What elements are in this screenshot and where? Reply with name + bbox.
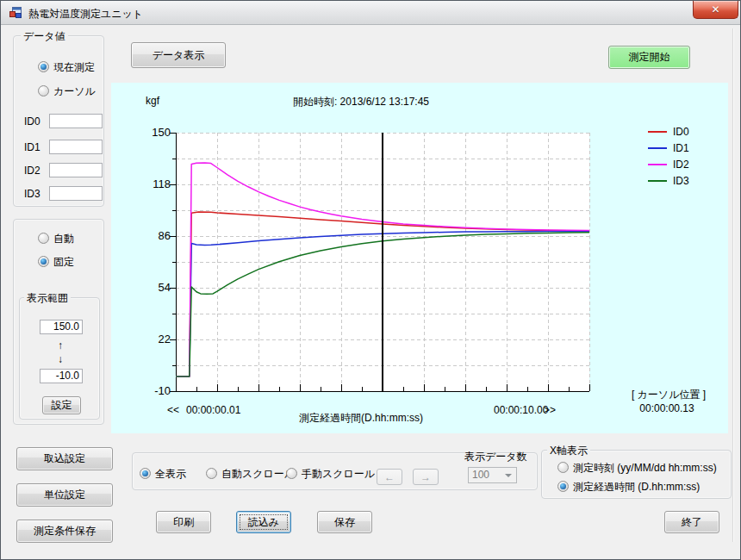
- range-min-field[interactable]: -10.0: [40, 369, 83, 383]
- radio-auto-scroll[interactable]: [206, 468, 217, 479]
- app-window: 熱電対温度測定ユニット ✕ データ値 現在測定 カーソル ID0 ID1 ID2…: [0, 0, 741, 560]
- y-tick-150: 150: [111, 126, 171, 139]
- x-end-label: 00:00:10.00: [494, 404, 548, 416]
- xaxis-display-group: X軸表示 測定時刻 (yy/MM/dd hh:mm:ss) 測定経過時間 (D.…: [541, 450, 732, 499]
- exit-button[interactable]: 終了: [664, 511, 719, 533]
- legend-item-id3: ID3: [648, 172, 689, 189]
- radio-fixed-scale[interactable]: [38, 256, 49, 267]
- chart-legend: ID0 ID1 ID2 ID3: [648, 123, 689, 189]
- range-set-button[interactable]: 設定: [42, 396, 81, 414]
- unit-settings-button[interactable]: 単位設定: [16, 483, 113, 507]
- app-icon: [9, 6, 22, 20]
- range-down-icon: ↓: [20, 353, 101, 365]
- window-title: 熱電対温度測定ユニット: [28, 7, 143, 22]
- id3-label: ID3: [24, 188, 40, 200]
- close-button[interactable]: ✕: [693, 1, 738, 19]
- cursor-position-title: [ カーソル位置 ]: [600, 388, 738, 402]
- x-scroll-right[interactable]: >>: [544, 404, 556, 416]
- display-range-group: 表示範囲 150.0 ↑ ↓ -10.0 設定: [19, 297, 100, 420]
- id1-label: ID1: [24, 141, 40, 153]
- save-conditions-button[interactable]: 測定条件保存: [16, 520, 113, 543]
- x-axis-title: 測定経過時間(D.hh:mm:ss): [245, 411, 477, 426]
- legend-label-id0: ID0: [673, 126, 689, 138]
- scroll-left-button[interactable]: ←: [377, 469, 402, 485]
- chart-panel: kgf 開始時刻: 2013/6/12 13:17:45 150 118 86 …: [111, 83, 728, 433]
- id1-field[interactable]: [49, 140, 103, 154]
- legend-item-id2: ID2: [648, 156, 689, 172]
- radio-cursor[interactable]: [38, 85, 49, 96]
- x-start-label: 00:00:00.01: [186, 404, 240, 416]
- id2-field[interactable]: [49, 163, 103, 177]
- display-count-value: 100: [472, 469, 489, 481]
- close-icon: ✕: [711, 3, 719, 16]
- legend-line-id0: [648, 131, 667, 133]
- radio-measure-time-label: 測定時刻 (yy/MM/dd hh:mm:ss): [573, 461, 717, 476]
- radio-current-measure[interactable]: [38, 61, 49, 72]
- display-count-select[interactable]: 100: [468, 467, 517, 483]
- radio-auto-scale-label: 自動: [53, 232, 74, 246]
- legend-line-id1: [648, 147, 667, 149]
- cursor-position-value: 00:00:00.13: [598, 402, 736, 414]
- id0-label: ID0: [24, 115, 40, 128]
- load-button[interactable]: 読込み: [236, 511, 291, 533]
- data-value-group: データ値 現在測定 カーソル ID0 ID1 ID2 ID3: [13, 35, 104, 207]
- id2-label: ID2: [24, 165, 40, 177]
- radio-manual-scroll[interactable]: [286, 468, 297, 479]
- plot-area[interactable]: [176, 133, 589, 391]
- scroll-right-button[interactable]: →: [413, 469, 439, 485]
- radio-cursor-label: カーソル: [53, 84, 96, 99]
- legend-line-id2: [648, 164, 667, 165]
- legend-label-id1: ID1: [673, 142, 689, 154]
- right-arrow-icon: →: [420, 471, 431, 483]
- range-max-field[interactable]: 150.0: [40, 320, 83, 334]
- radio-elapsed-time-label: 測定経過時間 (D.hh:mm:ss): [573, 480, 700, 495]
- radio-auto-scale[interactable]: [38, 233, 49, 244]
- y-tick-54: 54: [111, 281, 171, 294]
- data-value-group-title: データ値: [21, 29, 68, 44]
- y-tick-118: 118: [111, 177, 171, 190]
- left-arrow-icon: ←: [384, 471, 395, 483]
- display-count-label: 表示データ数: [464, 450, 527, 464]
- y-tick-86: 86: [111, 229, 171, 242]
- id0-field[interactable]: [49, 114, 103, 128]
- legend-label-id2: ID2: [673, 159, 689, 171]
- x-scroll-left[interactable]: <<: [167, 404, 179, 416]
- title-bar[interactable]: 熱電対温度測定ユニット ✕: [1, 1, 740, 25]
- print-button[interactable]: 印刷: [156, 511, 211, 533]
- scale-group: 自動 固定 表示範囲 150.0 ↑ ↓ -10.0 設定: [13, 219, 104, 425]
- capture-settings-button[interactable]: 取込設定: [16, 447, 113, 470]
- radio-show-all-label: 全表示: [155, 467, 186, 482]
- data-display-button[interactable]: データ表示: [131, 42, 226, 68]
- radio-measure-time[interactable]: [557, 462, 569, 473]
- radio-fixed-scale-label: 固定: [53, 255, 74, 270]
- radio-manual-scroll-label: 手動スクロール: [302, 467, 375, 482]
- legend-label-id3: ID3: [673, 175, 689, 187]
- chevron-down-icon: [505, 474, 512, 477]
- xaxis-display-title: X軸表示: [547, 444, 590, 458]
- save-button[interactable]: 保存: [317, 511, 372, 533]
- measure-start-button[interactable]: 測定開始: [608, 46, 690, 69]
- legend-item-id0: ID0: [648, 123, 689, 140]
- right-edge-divider: [732, 28, 733, 542]
- radio-show-all[interactable]: [140, 468, 151, 479]
- range-up-icon: ↑: [20, 339, 101, 352]
- start-time-label: 開始時刻: 2013/6/12 13:17:45: [215, 95, 507, 109]
- id3-field[interactable]: [49, 186, 103, 201]
- y-unit-label: kgf: [146, 95, 159, 107]
- legend-line-id3: [648, 180, 667, 182]
- y-tick-22: 22: [111, 333, 171, 345]
- radio-elapsed-time[interactable]: [557, 481, 569, 492]
- display-range-title: 表示範囲: [24, 291, 71, 306]
- legend-item-id1: ID1: [648, 140, 689, 156]
- y-tick-m10: -10: [111, 384, 171, 397]
- radio-current-measure-label: 現在測定: [53, 60, 95, 75]
- radio-auto-scroll-label: 自動スクロール: [221, 467, 295, 482]
